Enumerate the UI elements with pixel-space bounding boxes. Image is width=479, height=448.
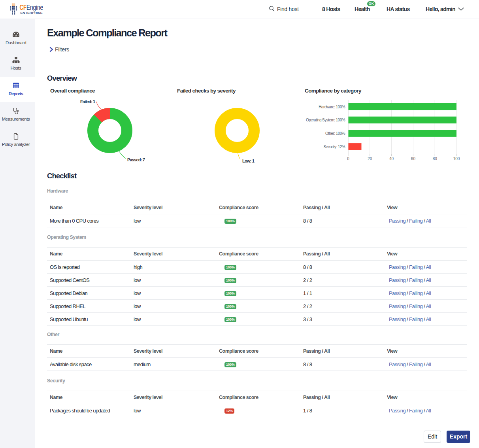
svg-text:Other: 100%: Other: 100% bbox=[325, 131, 345, 136]
svg-text:Operating System: 100%: Operating System: 100% bbox=[306, 118, 345, 122]
svg-text:Hardware: 100%: Hardware: 100% bbox=[319, 105, 345, 109]
svg-text:60: 60 bbox=[411, 157, 416, 161]
svg-text:Failed: 1: Failed: 1 bbox=[80, 99, 95, 104]
svg-text:Engine: Engine bbox=[26, 3, 43, 11]
svg-text:0: 0 bbox=[347, 157, 349, 161]
svg-text:Low: 1: Low: 1 bbox=[242, 159, 255, 163]
svg-text:80: 80 bbox=[433, 157, 438, 161]
svg-text:20: 20 bbox=[368, 157, 372, 161]
svg-text:40: 40 bbox=[389, 157, 394, 161]
svg-text:ENTERPRISE: ENTERPRISE bbox=[21, 11, 43, 15]
svg-text:100: 100 bbox=[453, 157, 460, 161]
svg-text:Security: 12%: Security: 12% bbox=[323, 145, 345, 149]
svg-text:Passed: 7: Passed: 7 bbox=[127, 157, 145, 162]
svg-text:CF: CF bbox=[20, 3, 27, 11]
